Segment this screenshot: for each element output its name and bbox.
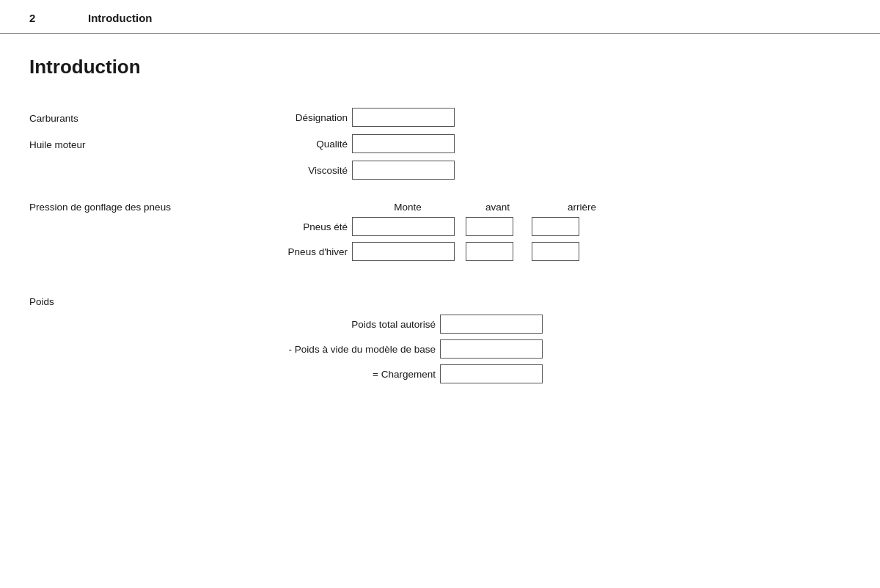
- pneus-ete-arriere-input[interactable]: [532, 217, 579, 236]
- poids-total-row: Poids total autorisé: [29, 315, 851, 334]
- chargement-input[interactable]: [440, 364, 543, 383]
- carburants-section: Carburants Désignation Huile moteur Qual…: [29, 108, 851, 187]
- col-monte-label: Monte: [356, 202, 459, 213]
- pneus-hiver-avant-input[interactable]: [466, 242, 513, 261]
- viscosite-spacer: [29, 169, 235, 171]
- chargement-row: = Chargement: [29, 364, 851, 383]
- header-title: Introduction: [88, 12, 152, 24]
- poids-total-input[interactable]: [440, 315, 543, 334]
- poids-vide-label: - Poids à vide du modèle de base: [29, 344, 440, 355]
- pneus-ete-monte-input[interactable]: [352, 217, 455, 236]
- poids-label: Poids: [29, 296, 851, 307]
- carburants-label: Carburants: [29, 111, 235, 124]
- pression-label: Pression de gonflage des pneus: [29, 202, 235, 213]
- poids-total-label: Poids total autorisé: [29, 319, 440, 330]
- qualite-input[interactable]: [352, 134, 455, 153]
- pression-section: Pression de gonflage des pneus Monte ava…: [29, 202, 851, 267]
- viscosite-label: Viscosité: [235, 165, 352, 176]
- spacer1: [29, 187, 851, 202]
- viscosite-row: Viscosité: [29, 161, 851, 180]
- huile-label: Huile moteur: [29, 138, 235, 150]
- huile-row: Huile moteur Qualité: [29, 134, 851, 153]
- pneus-hiver-label: Pneus d'hiver: [29, 246, 352, 257]
- header-bar: 2 Introduction: [0, 0, 880, 34]
- poids-vide-row: - Poids à vide du modèle de base: [29, 339, 851, 359]
- pneus-ete-label: Pneus été: [29, 221, 352, 232]
- tire-header-row: Pression de gonflage des pneus Monte ava…: [29, 202, 851, 213]
- col-avant-label: avant: [470, 202, 525, 213]
- viscosite-input[interactable]: [352, 161, 455, 180]
- designation-input[interactable]: [352, 108, 455, 127]
- page-title: Introduction: [29, 56, 851, 78]
- spacer2: [29, 274, 851, 289]
- qualite-label: Qualité: [235, 139, 352, 150]
- poids-section: Poids Poids total autorisé - Poids à vid…: [29, 296, 851, 383]
- poids-vide-input[interactable]: [440, 339, 543, 359]
- pneus-hiver-arriere-input[interactable]: [532, 242, 579, 261]
- col-arriere-label: arrière: [554, 202, 609, 213]
- pneus-ete-avant-input[interactable]: [466, 217, 513, 236]
- pneus-hiver-row: Pneus d'hiver: [29, 242, 851, 261]
- pneus-ete-row: Pneus été: [29, 217, 851, 236]
- page: 2 Introduction Introduction Carburants D…: [0, 0, 880, 588]
- designation-label: Désignation: [235, 112, 352, 123]
- pneus-hiver-monte-input[interactable]: [352, 242, 455, 261]
- chargement-label: = Chargement: [29, 369, 440, 380]
- carburants-row: Carburants Désignation: [29, 108, 851, 127]
- main-content: Introduction Carburants Désignation Huil…: [0, 34, 880, 419]
- header-page-number: 2: [29, 12, 44, 24]
